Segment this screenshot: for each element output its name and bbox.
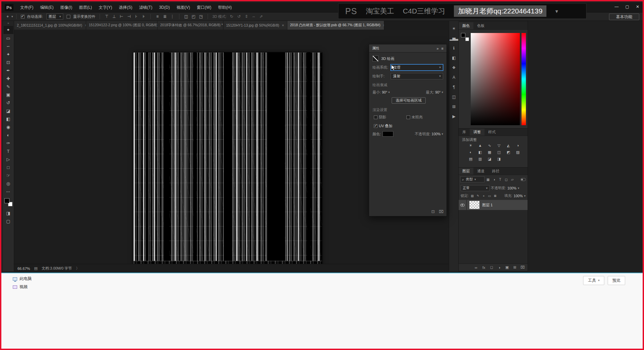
tools-button[interactable]: 工具 ▾ bbox=[583, 276, 604, 285]
lock-position-icon[interactable]: ⌖ bbox=[481, 194, 486, 198]
color-balance-icon[interactable]: ◐ bbox=[467, 149, 474, 155]
foreground-background-swatches[interactable] bbox=[4, 198, 12, 206]
tool-healing-brush[interactable]: ✚ bbox=[3, 74, 13, 82]
hue-slider[interactable] bbox=[522, 33, 526, 125]
timeline-icon[interactable]: ▶ bbox=[450, 113, 458, 119]
document-tab-1[interactable]: 2_180111151114_1.jpg @ 100%(RGB/8#) × bbox=[14, 21, 86, 30]
banner-chevron-icon[interactable]: ▾ bbox=[555, 8, 558, 14]
tab-styles[interactable]: 样式 bbox=[485, 129, 499, 136]
layer-mask-icon[interactable]: ◻ bbox=[489, 265, 494, 270]
preview-button[interactable]: 预览 bbox=[608, 276, 625, 285]
minimize-button[interactable]: — bbox=[615, 4, 619, 9]
brightness-contrast-icon[interactable]: ☀ bbox=[467, 143, 474, 148]
channel-mixer-icon[interactable]: ◫ bbox=[496, 149, 502, 155]
3d-rotate-icon[interactable]: ↻ bbox=[228, 14, 235, 19]
tool-eyedropper[interactable]: ✒ bbox=[3, 66, 13, 74]
auto-select-target-dropdown[interactable]: 图层 ▾ bbox=[46, 13, 64, 20]
lock-artboard-icon[interactable]: ▭ bbox=[487, 194, 492, 198]
tool-path-selection[interactable]: ▷ bbox=[3, 155, 13, 163]
file-item-video[interactable]: 视频 bbox=[13, 284, 28, 290]
align-right-icon[interactable]: ⊧ bbox=[140, 14, 147, 19]
exposure-icon[interactable]: ▽ bbox=[496, 143, 502, 148]
tab-library[interactable]: 库 bbox=[459, 129, 470, 136]
adjustments-icon[interactable]: ☀ bbox=[450, 26, 458, 32]
lock-all-icon[interactable]: ⊠ bbox=[493, 194, 497, 198]
tool-marquee[interactable]: ▭ bbox=[3, 34, 13, 42]
3d-scale-icon[interactable]: ⇗ bbox=[257, 14, 265, 19]
blend-mode-dropdown[interactable]: 正常 ▾ bbox=[461, 185, 490, 191]
live-update-icon[interactable]: ⊡ bbox=[431, 209, 435, 214]
document-tab-5-active[interactable]: 2018 凸出材质 - 默认纹理.psb @ 66.7% (图层 1, RGB/… bbox=[287, 21, 384, 30]
chevron-down-icon[interactable]: ▾ bbox=[518, 187, 520, 190]
filter-shape-layers-icon[interactable]: ◻ bbox=[504, 178, 509, 181]
tool-type[interactable]: T bbox=[3, 147, 13, 155]
vibrance-icon[interactable]: ◭ bbox=[505, 143, 512, 148]
tab-paths[interactable]: 路径 bbox=[488, 168, 503, 175]
screen-mode-button[interactable]: ▢ bbox=[3, 217, 13, 225]
layer-filter-dropdown[interactable]: ⌕ 类型 ▾ bbox=[460, 176, 485, 182]
3d-panel-icon[interactable]: ◫ bbox=[450, 94, 458, 100]
invert-icon[interactable]: ▨ bbox=[514, 149, 521, 155]
uv-opacity-value[interactable]: 100% bbox=[432, 132, 441, 136]
tool-hand[interactable]: ☞ bbox=[3, 171, 13, 179]
filter-adjustment-layers-icon[interactable]: ◑ bbox=[492, 178, 497, 181]
document-canvas[interactable] bbox=[134, 53, 322, 270]
menu-help[interactable]: 帮助(H) bbox=[215, 3, 235, 12]
menu-view[interactable]: 视图(V) bbox=[173, 3, 193, 12]
align-bottom-icon[interactable]: ⊢ bbox=[118, 14, 125, 19]
paragraph-icon[interactable]: ¶ bbox=[450, 84, 458, 90]
chevron-down-icon[interactable]: ▾ bbox=[388, 91, 390, 94]
new-layer-icon[interactable]: ⊞ bbox=[512, 265, 517, 270]
chevron-down-icon[interactable]: ▾ bbox=[524, 195, 526, 198]
tab-adjustments[interactable]: 调整 bbox=[470, 129, 485, 136]
tab-close-icon[interactable]: × bbox=[383, 23, 384, 27]
layer-filter-toggle[interactable] bbox=[521, 178, 526, 181]
delete-layer-icon[interactable]: ⌧ bbox=[520, 265, 525, 270]
filter-pixel-layers-icon[interactable]: ▦ bbox=[486, 178, 491, 181]
align-vertical-center-icon[interactable]: ⊥ bbox=[110, 14, 118, 19]
align-horizontal-center-icon[interactable]: ⊦ bbox=[133, 14, 140, 19]
color-lookup-icon[interactable]: ◩ bbox=[505, 149, 512, 155]
auto-select-checkbox[interactable] bbox=[21, 15, 25, 19]
tool-shape[interactable]: □ bbox=[3, 163, 13, 171]
uv-color-swatch[interactable] bbox=[383, 132, 393, 136]
menu-type[interactable]: 文字(Y) bbox=[95, 3, 115, 12]
paint-system-dropdown[interactable]: 纹理 ▾ bbox=[391, 64, 443, 71]
tab-channels[interactable]: 通道 bbox=[473, 168, 488, 175]
3d-roll-icon[interactable]: ↺ bbox=[235, 14, 243, 19]
edit-toolbar-button[interactable]: ••• bbox=[3, 187, 13, 196]
document-tab-4[interactable]: 15120HY1-13.jpg @ 50%(RGB/8) × bbox=[223, 21, 287, 30]
panel-fg-bg-swatches[interactable] bbox=[461, 33, 469, 41]
swatches-icon[interactable]: ◧ bbox=[450, 55, 458, 61]
select-paintable-area-button[interactable]: 选择可绘画区域 bbox=[392, 97, 426, 104]
unlit-checkbox[interactable] bbox=[406, 115, 410, 119]
maximize-button[interactable]: ▢ bbox=[625, 4, 629, 9]
histogram-icon[interactable]: ▂▅▃ bbox=[450, 35, 458, 41]
align-top-icon[interactable]: ⊤ bbox=[103, 14, 110, 19]
layer-thumbnail[interactable] bbox=[469, 201, 479, 209]
black-white-icon[interactable]: ◧ bbox=[477, 149, 484, 155]
quick-mask-button[interactable]: ◨ bbox=[3, 209, 13, 217]
curves-icon[interactable]: ∿ bbox=[486, 143, 493, 148]
menu-filter[interactable]: 滤镜(T) bbox=[136, 3, 155, 12]
tool-pen[interactable]: ✑ bbox=[3, 139, 13, 147]
tab-layers[interactable]: 图层 bbox=[459, 168, 473, 175]
menu-edit[interactable]: 编辑(E) bbox=[37, 3, 57, 12]
distribute-center-icon[interactable]: ≣ bbox=[161, 14, 169, 19]
brush-settings-icon[interactable]: ❖ bbox=[450, 65, 458, 71]
tool-eraser[interactable]: ◪ bbox=[3, 107, 13, 115]
tool-quick-select[interactable]: ✦ bbox=[3, 50, 13, 58]
layer-visibility-cell[interactable] bbox=[459, 200, 467, 210]
file-item-this-pc[interactable]: 此电脑 bbox=[13, 276, 32, 282]
tab-color[interactable]: 颜色 bbox=[459, 22, 473, 29]
document-tab-3[interactable]: 2018字体特效 @ 66.7%(2018, RGB/8) * × bbox=[157, 21, 223, 30]
filter-type-layers-icon[interactable]: T bbox=[498, 178, 503, 181]
3d-drag-icon[interactable]: ⇕ bbox=[243, 14, 250, 19]
tools-collapse-icon[interactable]: » bbox=[3, 21, 14, 26]
character-icon[interactable]: A bbox=[450, 74, 458, 80]
threshold-icon[interactable]: ▥ bbox=[477, 156, 484, 162]
document-tab-2[interactable]: 15120H122-2.png @ 100% (图层 0, RGB/8) × bbox=[86, 21, 157, 30]
tool-history-brush[interactable]: ↺ bbox=[3, 99, 13, 107]
distribute-left-icon[interactable]: ◫ bbox=[182, 14, 190, 19]
trash-icon[interactable]: ⌧ bbox=[439, 209, 443, 214]
